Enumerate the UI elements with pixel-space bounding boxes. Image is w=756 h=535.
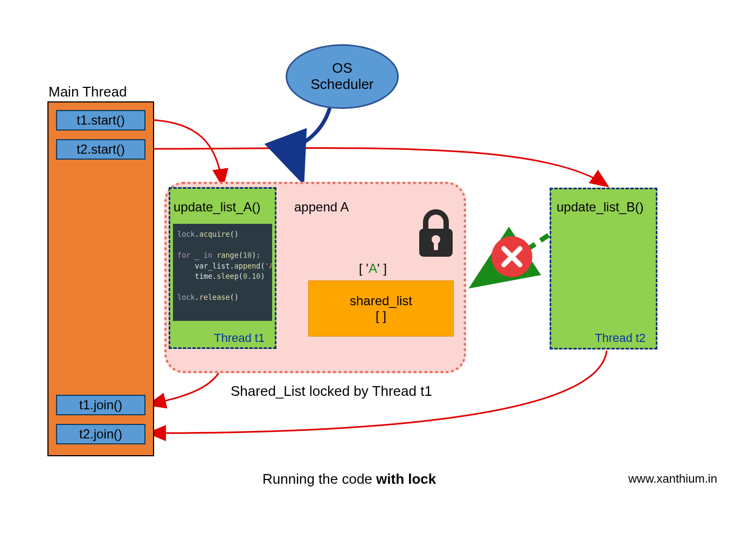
thread-t1-name: Thread t1: [214, 331, 265, 345]
t2-start-call: t2.start(): [56, 139, 145, 160]
thread-t2-name: Thread t2: [595, 331, 646, 345]
append-a-label: append A: [294, 200, 349, 215]
thread-t2-func: update_list_B(): [557, 200, 643, 215]
svg-rect-2: [434, 242, 438, 250]
shared-list-title: shared_list: [350, 293, 412, 308]
t2-join-call: t2.join(): [56, 424, 145, 444]
shared-list-empty: [ ]: [376, 308, 386, 324]
os-scheduler-label: OS Scheduler: [310, 60, 373, 93]
locked-region-label: Shared_List locked by Thread t1: [231, 383, 432, 400]
t1-join-call: t1.join(): [56, 395, 145, 415]
t1-start-call: t1.start(): [56, 110, 145, 131]
thread-t1-code: lock.acquire() for _ in range(10): var_l…: [173, 224, 272, 321]
lock-icon: [415, 206, 457, 260]
main-thread-title: Main Thread: [48, 84, 127, 100]
shared-list-value: [ 'A' ]: [359, 261, 387, 276]
diagram-caption: Running the code with lock: [262, 471, 436, 488]
blocked-icon: [491, 236, 532, 277]
thread-t1-func: update_list_A(): [174, 200, 260, 215]
os-scheduler-node: OS Scheduler: [286, 44, 399, 109]
shared-list-box: shared_list [ ]: [308, 280, 454, 337]
website-credit: www.xanthium.in: [628, 472, 717, 486]
